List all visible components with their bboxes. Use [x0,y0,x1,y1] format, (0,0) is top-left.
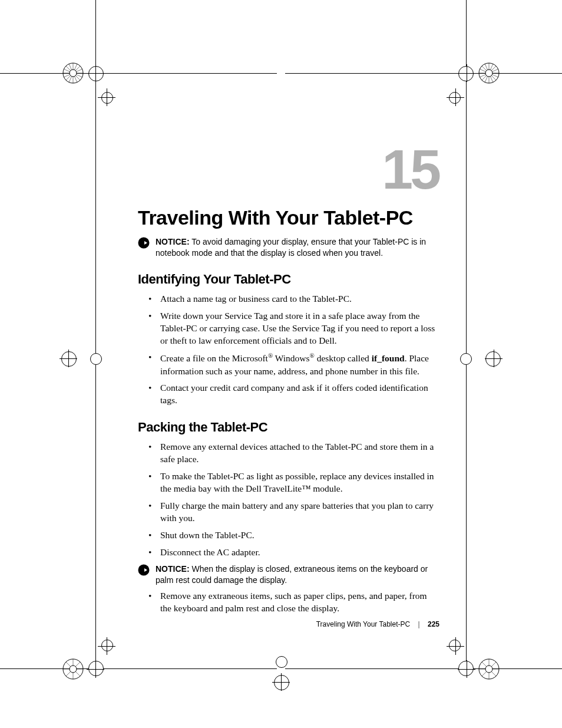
notice-arrow-icon [138,564,150,576]
list-item: Remove any external devices attached to … [138,441,438,466]
bullet-list-1: Attach a name tag or business card to th… [138,293,438,407]
notice-block-1: NOTICE: To avoid damaging your display, … [138,236,438,259]
notice-text-2: NOTICE: When the display is closed, extr… [156,564,438,586]
notice-arrow-icon [138,237,150,249]
list-item: Attach a name tag or business card to th… [138,293,438,305]
page-number: 225 [428,620,439,628]
notice-label: NOTICE: [156,237,190,246]
svg-point-25 [70,666,77,673]
svg-point-32 [138,238,150,249]
page-footer: Traveling With Your Tablet-PC | 225 [316,620,439,628]
bullet-list-2b: Remove any extraneous items, such as pap… [138,590,438,615]
page-content: 15 Traveling With Your Tablet-PC NOTICE:… [138,141,438,620]
list-item: Shut down the Tablet-PC. [138,529,438,542]
section-heading-2: Packing the Tablet-PC [138,420,438,435]
list-item: Fully charge the main battery and any sp… [138,500,438,525]
list-item: Remove any extraneous items, such as pap… [138,590,438,615]
notice-body: When the display is closed, extraneous i… [156,564,428,585]
bullet-list-2a: Remove any external devices attached to … [138,441,438,558]
list-item: Contact your credit card company and ask… [138,382,438,407]
notice-text-1: NOTICE: To avoid damaging your display, … [156,236,438,259]
svg-point-19 [485,70,492,77]
list-item: Disconnect the AC adapter. [138,546,438,559]
section-heading-1: Identifying Your Tablet-PC [138,272,438,287]
footer-divider: | [418,620,420,628]
chapter-title: Traveling With Your Tablet-PC [138,206,438,229]
svg-point-33 [138,564,150,575]
notice-label: NOTICE: [156,564,190,574]
notice-body: To avoid damaging your display, ensure t… [156,237,426,258]
list-item: Create a file on the Microsoft® Windows®… [138,351,438,377]
svg-point-9 [70,70,77,77]
list-item: To make the Tablet-PC as light as possib… [138,470,438,495]
notice-block-2: NOTICE: When the display is closed, extr… [138,564,438,586]
list-item: Write down your Service Tag and store it… [138,310,438,347]
svg-point-31 [485,666,492,673]
chapter-number: 15 [138,141,438,197]
footer-text: Traveling With Your Tablet-PC [316,620,410,628]
